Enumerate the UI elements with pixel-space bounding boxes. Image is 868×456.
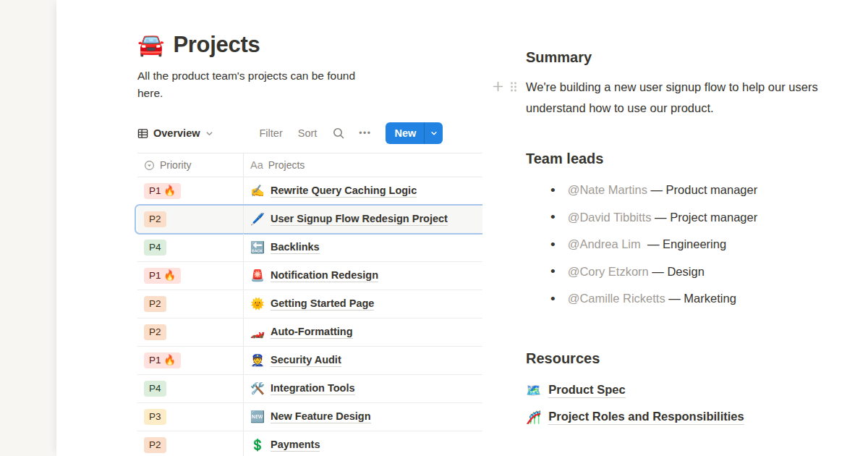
resource-item: 🗺️ Product Spec xyxy=(526,377,868,405)
priority-cell[interactable]: P1 🔥 xyxy=(137,262,244,290)
column-header-projects[interactable]: Aa Projects xyxy=(244,153,482,177)
priority-badge: P2 xyxy=(144,296,166,312)
project-emoji-icon: ✍️ xyxy=(250,185,265,197)
summary-heading: Summary xyxy=(526,49,868,66)
project-emoji-icon: 🌞 xyxy=(250,298,265,310)
priority-cell[interactable]: P2 xyxy=(137,431,244,456)
notion-window: 🚘 Projects All the product team's projec… xyxy=(0,0,868,456)
project-cell[interactable]: 🖊️ User Signup Flow Redesign Project xyxy=(244,206,482,233)
person-role-text: — Product manager xyxy=(651,183,758,197)
table-row: P3 🆕 New Feature Design xyxy=(137,403,482,431)
project-cell[interactable]: ✍️ Rewrite Query Caching Logic xyxy=(244,177,482,205)
project-title-link[interactable]: Security Audit xyxy=(271,354,341,367)
person-mention[interactable]: @Nate Martins xyxy=(568,183,647,197)
project-emoji-icon: 🆕 xyxy=(250,411,265,423)
project-cell[interactable]: 🏎️ Auto-Formatting xyxy=(244,318,482,346)
drag-handle-icon[interactable] xyxy=(510,81,517,93)
summary-paragraph[interactable]: We're building a new user signup flow to… xyxy=(526,77,868,118)
priority-cell[interactable]: P4 xyxy=(137,375,244,402)
priority-badge: P2 xyxy=(144,437,166,453)
person-role-text: — Design xyxy=(652,265,704,279)
resources-heading: Resources xyxy=(526,350,868,367)
title-property-icon: Aa xyxy=(250,159,263,171)
project-title-link[interactable]: User Signup Flow Redesign Project xyxy=(271,213,448,226)
table-row: P1 🔥 🚨 Notification Redesign xyxy=(137,262,482,290)
project-cell[interactable]: 👮 Security Audit xyxy=(244,347,482,374)
resource-emoji-icon: 🎢 xyxy=(526,411,541,423)
summary-block: We're building a new user signup flow to… xyxy=(526,77,868,118)
project-emoji-icon: 🏎️ xyxy=(250,326,265,338)
new-button-dropdown[interactable] xyxy=(425,122,443,144)
person-mention[interactable]: @Cory Etzkorn xyxy=(568,265,649,279)
team-lead-item: @Andrea Lim — Engineering xyxy=(526,231,868,258)
team-lead-item: @David Tibbitts — Project manager xyxy=(526,204,868,232)
chevron-down-icon xyxy=(205,130,218,138)
project-emoji-icon: 🖊️ xyxy=(250,214,265,225)
resource-page-link[interactable]: Project Roles and Responsibilities xyxy=(548,410,744,425)
person-mention[interactable]: @Camille Ricketts xyxy=(568,292,665,305)
priority-badge: P4 xyxy=(144,381,166,397)
add-block-icon[interactable] xyxy=(492,80,504,93)
project-title-link[interactable]: Notification Redesign xyxy=(271,269,378,282)
project-title-link[interactable]: New Feature Design xyxy=(271,410,371,423)
priority-cell[interactable]: P2 xyxy=(137,318,244,346)
person-mention[interactable]: @David Tibbitts xyxy=(568,211,652,224)
project-cell[interactable]: 🔙 Backlinks xyxy=(244,234,482,261)
priority-badge: P1 🔥 xyxy=(144,268,181,284)
project-title-link[interactable]: Backlinks xyxy=(271,241,320,254)
priority-badge: P3 xyxy=(144,409,166,425)
project-title-link[interactable]: Integration Tools xyxy=(271,382,355,395)
project-title-link[interactable]: Rewrite Query Caching Logic xyxy=(271,185,417,198)
project-title-link[interactable]: Payments xyxy=(271,439,320,452)
new-button-group: New xyxy=(386,122,443,144)
person-mention[interactable]: @Andrea Lim xyxy=(568,237,644,251)
team-leads-list: @Nate Martins — Product manager @David T… xyxy=(526,177,868,313)
more-options-icon[interactable]: ••• xyxy=(359,128,371,138)
priority-badge: P2 xyxy=(144,211,166,227)
view-switcher[interactable]: Overview xyxy=(137,127,218,139)
priority-cell[interactable]: P4 xyxy=(137,234,244,261)
priority-cell[interactable]: P1 🔥 xyxy=(137,347,244,374)
sort-button[interactable]: Sort xyxy=(298,127,318,139)
resource-page-link[interactable]: Product Spec xyxy=(548,383,625,398)
projects-database-panel: 🚘 Projects All the product team's projec… xyxy=(56,0,482,456)
view-switcher-label: Overview xyxy=(153,127,200,139)
new-button[interactable]: New xyxy=(386,122,424,144)
priority-badge: P1 🔥 xyxy=(144,183,181,199)
project-emoji-icon: 🔙 xyxy=(250,242,265,253)
table-row: P4 🔙 Backlinks xyxy=(137,234,482,262)
workspace-background xyxy=(0,0,56,456)
project-cell[interactable]: 💲 Payments xyxy=(244,431,482,456)
project-cell[interactable]: 🌞 Getting Started Page xyxy=(244,290,482,318)
priority-cell[interactable]: P3 xyxy=(137,403,244,431)
resource-item: 🎢 Project Roles and Responsibilities xyxy=(526,404,868,431)
project-title-link[interactable]: Getting Started Page xyxy=(271,297,374,311)
table-row: P4 🛠️ Integration Tools xyxy=(137,375,482,403)
team-leads-heading: Team leads xyxy=(526,151,868,167)
team-lead-item: @Nate Martins — Product manager xyxy=(526,177,868,204)
page-title: Projects xyxy=(173,32,260,58)
search-icon[interactable] xyxy=(332,127,345,140)
project-cell[interactable]: 🚨 Notification Redesign xyxy=(244,262,482,290)
person-role-text: — Marketing xyxy=(668,292,736,305)
project-cell[interactable]: 🛠️ Integration Tools xyxy=(244,375,482,402)
priority-cell[interactable]: P2 xyxy=(137,290,244,318)
table-row: P2 💲 Payments xyxy=(137,431,482,456)
project-title-link[interactable]: Auto-Formatting xyxy=(271,326,353,339)
priority-cell[interactable]: P1 🔥 xyxy=(137,177,244,205)
team-lead-item: @Cory Etzkorn — Design xyxy=(526,258,868,286)
team-lead-item: @Camille Ricketts — Marketing xyxy=(526,285,868,313)
filter-button[interactable]: Filter xyxy=(260,127,283,139)
page-icon-car[interactable]: 🚘 xyxy=(137,34,164,56)
priority-badge: P4 xyxy=(144,240,166,256)
project-cell[interactable]: 🆕 New Feature Design xyxy=(244,403,482,431)
projects-table: Priority Aa Projects P1 🔥 ✍️ Rewrite Que… xyxy=(137,153,482,456)
priority-cell[interactable]: P2 xyxy=(137,206,244,233)
person-role-text: — Project manager xyxy=(655,211,757,224)
column-header-projects-label: Projects xyxy=(268,159,305,171)
project-emoji-icon: 💲 xyxy=(250,439,265,451)
block-controls xyxy=(492,80,517,93)
select-property-icon xyxy=(144,160,155,171)
resources-list: 🗺️ Product Spec 🎢 Project Roles and Resp… xyxy=(526,377,868,431)
column-header-priority[interactable]: Priority xyxy=(137,153,244,177)
